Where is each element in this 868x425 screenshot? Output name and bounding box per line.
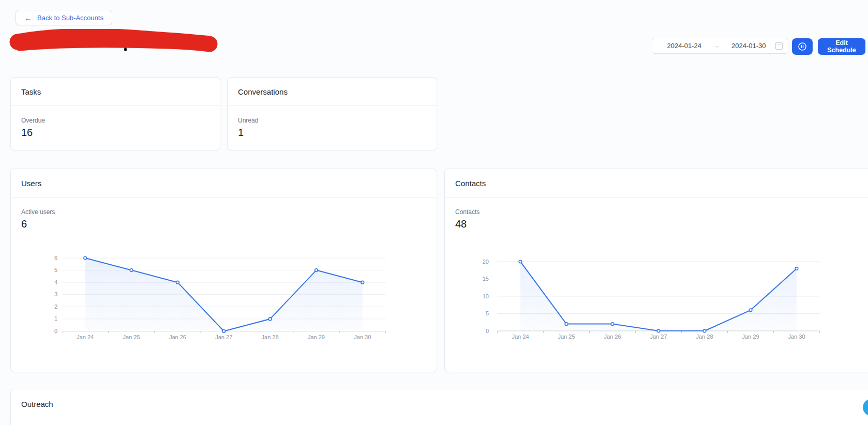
conversations-stat: Unread 1: [228, 106, 437, 139]
redacted-page-title-scribble: [7, 29, 219, 56]
svg-text:Jan 29: Jan 29: [742, 333, 759, 340]
back-to-sub-accounts-button[interactable]: ← Back to Sub-Accounts: [16, 10, 112, 25]
outreach-card-header: Outreach: [11, 389, 868, 419]
contacts-stat-label: Contacts: [455, 208, 863, 216]
svg-text:Jan 26: Jan 26: [604, 333, 621, 340]
tasks-stat-value: 16: [21, 127, 209, 139]
back-button-label: Back to Sub-Accounts: [37, 14, 103, 22]
contacts-card-header: Contacts: [445, 169, 868, 198]
date-end-value[interactable]: 2024-01-30: [722, 42, 776, 50]
users-card-header: Users: [11, 169, 437, 198]
users-stat: Active users 6: [11, 198, 437, 230]
conversations-card-title: Conversations: [238, 87, 288, 96]
svg-text:3: 3: [54, 291, 57, 297]
svg-text:2: 2: [54, 303, 57, 310]
svg-text:Jan 26: Jan 26: [169, 334, 186, 340]
tasks-card: Tasks Overdue 16: [10, 77, 220, 150]
contacts-card: Contacts Contacts 48 05101520Jan 24Jan 2…: [444, 169, 868, 372]
contacts-line-chart: 05101520Jan 24Jan 25Jan 26Jan 27Jan 28Ja…: [466, 249, 828, 347]
svg-text:Jan 27: Jan 27: [650, 333, 667, 340]
tasks-stat: Overdue 16: [11, 106, 220, 139]
tasks-card-title: Tasks: [21, 87, 41, 96]
svg-text:Jan 25: Jan 25: [123, 334, 140, 340]
svg-text:10: 10: [483, 293, 489, 299]
contacts-stat: Contacts 48: [445, 198, 868, 230]
users-line-chart: 0123456Jan 24Jan 25Jan 26Jan 27Jan 28Jan…: [42, 249, 404, 347]
svg-text:6: 6: [54, 255, 57, 261]
svg-text:Jan 24: Jan 24: [512, 333, 529, 340]
svg-text:Jan 24: Jan 24: [77, 334, 94, 340]
conversations-card-header: Conversations: [228, 78, 437, 106]
svg-text:Jan 30: Jan 30: [788, 333, 805, 340]
svg-text:20: 20: [483, 259, 489, 265]
contacts-card-title: Contacts: [455, 179, 486, 188]
svg-text:1: 1: [54, 315, 57, 322]
tasks-stat-label: Overdue: [21, 117, 209, 124]
date-start-value[interactable]: 2024-01-24: [657, 42, 711, 50]
svg-text:0: 0: [54, 328, 57, 334]
outreach-card-title: Outreach: [21, 400, 53, 408]
calendar-icon: [775, 42, 783, 50]
contacts-stat-value: 48: [455, 218, 863, 230]
tasks-card-header: Tasks: [11, 78, 220, 106]
svg-text:4: 4: [54, 279, 57, 285]
conversations-stat-value: 1: [238, 127, 426, 139]
pause-schedule-button[interactable]: [792, 38, 813, 55]
svg-text:5: 5: [486, 310, 489, 316]
users-card: Users Active users 6 0123456Jan 24Jan 25…: [10, 169, 437, 372]
edit-schedule-button[interactable]: Edit Schedule: [818, 38, 865, 55]
svg-text:Jan 27: Jan 27: [215, 334, 232, 340]
conversations-card: Conversations Unread 1: [227, 77, 437, 150]
back-arrow-icon: ←: [24, 14, 32, 22]
range-arrow-icon: →: [711, 42, 722, 50]
svg-text:Jan 30: Jan 30: [354, 334, 371, 340]
pause-circle-icon: [797, 41, 807, 52]
svg-text:Jan 29: Jan 29: [308, 334, 325, 340]
users-stat-label: Active users: [21, 208, 426, 216]
date-range-picker[interactable]: 2024-01-24 → 2024-01-30: [652, 38, 788, 54]
svg-text:0: 0: [486, 328, 489, 334]
svg-text:15: 15: [483, 276, 489, 282]
outreach-card: Outreach: [10, 389, 868, 425]
svg-text:Jan 28: Jan 28: [696, 333, 713, 340]
title-ink-dot: [124, 48, 127, 51]
svg-text:Jan 25: Jan 25: [558, 333, 575, 340]
svg-text:Jan 28: Jan 28: [262, 334, 279, 340]
users-stat-value: 6: [21, 218, 426, 230]
svg-text:5: 5: [54, 267, 57, 273]
conversations-stat-label: Unread: [238, 117, 426, 124]
users-card-title: Users: [21, 179, 41, 188]
